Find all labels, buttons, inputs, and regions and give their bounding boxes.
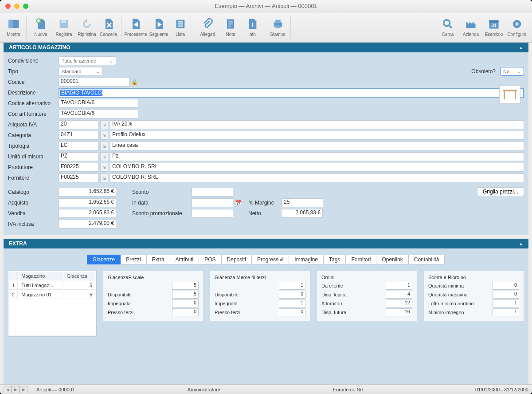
precedente-button[interactable]: Precedente bbox=[124, 16, 147, 39]
iva-lookup-button[interactable]: ⇲ bbox=[100, 120, 108, 129]
produttore-label: Produttore bbox=[8, 164, 57, 170]
tab-tags[interactable]: Tags bbox=[323, 255, 346, 264]
nav-next-button[interactable]: ▶ bbox=[20, 386, 27, 393]
vendita-label: Vendita bbox=[8, 210, 57, 217]
col-magazzino: Magazzino bbox=[19, 272, 63, 280]
scorta-qmax[interactable]: 0 bbox=[493, 291, 519, 299]
seguente-button[interactable]: Seguente bbox=[147, 16, 170, 39]
nuova-button[interactable]: Nuova bbox=[29, 16, 52, 39]
stampa-button[interactable]: Stampa bbox=[268, 16, 291, 39]
scorta-qmin-label: Quantità minima bbox=[428, 283, 464, 288]
giacenza-fiscale-box: GiacenzaFiscale 5 Disponibile5 Impegnata… bbox=[103, 271, 203, 321]
nav-prev-button[interactable]: ▶ bbox=[12, 386, 20, 393]
sconto-input[interactable] bbox=[192, 188, 233, 197]
um-code-input[interactable]: PZ bbox=[59, 152, 98, 161]
griglia-prezzi-button[interactable]: Griglia prezzi... bbox=[477, 187, 524, 196]
catalogo-input[interactable]: 1.652,66 € bbox=[59, 188, 116, 197]
iva-label: Aliquota IVA bbox=[8, 122, 57, 128]
minimize-icon[interactable] bbox=[14, 4, 20, 9]
tipo-select[interactable]: Standard bbox=[59, 67, 103, 76]
condivisione-select[interactable]: Tutte le aziende bbox=[59, 56, 116, 65]
col-giacenza: Giacenza bbox=[64, 272, 95, 280]
codalt-input[interactable]: TAVOLOBIA/6 bbox=[59, 99, 138, 108]
codforn-input[interactable]: TAVOLOBIA/6 bbox=[59, 110, 138, 118]
svg-rect-16 bbox=[503, 90, 517, 91]
mostra-button[interactable]: Mostra bbox=[4, 16, 27, 39]
next-icon bbox=[153, 18, 165, 30]
indata-input[interactable] bbox=[192, 198, 233, 207]
tab-depositi[interactable]: Depositi bbox=[221, 255, 252, 264]
margine-input[interactable]: 25 bbox=[282, 198, 323, 207]
list-icon bbox=[174, 18, 187, 30]
tipo-label: Tipo bbox=[8, 68, 57, 75]
netto-value: 2.065,83 € bbox=[281, 209, 323, 218]
scorta-qmax-label: Quantità massima bbox=[428, 292, 468, 297]
produttore-lookup-button[interactable]: ⇲ bbox=[100, 163, 108, 172]
ripristina-label: Ripristina bbox=[78, 32, 96, 37]
product-thumbnail[interactable] bbox=[499, 85, 520, 104]
configura-button[interactable]: Configura bbox=[505, 16, 528, 39]
descrizione-label: Descrizione bbox=[8, 90, 57, 96]
scorta-qmin[interactable]: 0 bbox=[493, 282, 519, 290]
section-extra-header[interactable]: EXTRA ▲ bbox=[4, 239, 528, 248]
tab-openlink[interactable]: Openlink bbox=[376, 255, 408, 264]
tipologia-lookup-button[interactable]: ⇲ bbox=[100, 142, 108, 150]
tab-fornitori[interactable]: Fornitori bbox=[345, 255, 376, 264]
allegati-button[interactable]: Allegati bbox=[196, 16, 219, 39]
stock-table[interactable]: MagazzinoGiacenza 1Tutti i magaz...5 2Ma… bbox=[8, 271, 97, 337]
vendita-input[interactable]: 2.065,83 € bbox=[59, 209, 116, 218]
ivainclusa-input[interactable]: 2.479,00 € bbox=[59, 220, 116, 229]
fiscale-title: GiacenzaFiscale bbox=[108, 275, 199, 280]
lista-label: Lista bbox=[176, 32, 185, 37]
fornitore-lookup-button[interactable]: ⇲ bbox=[100, 173, 108, 182]
nav-first-button[interactable]: ◀ bbox=[4, 386, 12, 393]
print-icon bbox=[272, 18, 284, 30]
um-lookup-button[interactable]: ⇲ bbox=[100, 152, 108, 161]
categoria-lookup-button[interactable]: ⇲ bbox=[100, 131, 108, 140]
codice-input[interactable]: 000001 bbox=[59, 78, 129, 87]
tab-contabilita[interactable]: Contabilità bbox=[408, 255, 445, 264]
acquisto-input[interactable]: 1.652,66 € bbox=[59, 198, 116, 207]
info-button[interactable]: i Info bbox=[242, 16, 265, 39]
ripristina-button[interactable]: Ripristina bbox=[75, 16, 98, 39]
scorta-minimp[interactable]: 1 bbox=[493, 308, 519, 316]
azienda-label: Azienda bbox=[463, 32, 479, 37]
close-icon[interactable] bbox=[5, 4, 11, 9]
categoria-code-input[interactable]: 04Z1 bbox=[59, 131, 98, 140]
azienda-button[interactable]: Azienda bbox=[459, 16, 482, 39]
tab-prezzi[interactable]: Prezzi bbox=[120, 255, 146, 264]
cancella-button[interactable]: Cancella bbox=[98, 16, 121, 39]
esercizio-button[interactable]: 31 Esercizio bbox=[482, 16, 505, 39]
promo-label: Sconto promozionale bbox=[132, 210, 190, 217]
tab-pos[interactable]: POS bbox=[199, 255, 221, 264]
registra-button[interactable]: Registra bbox=[52, 16, 75, 39]
descrizione-input[interactable]: BIAGIO TAVOLO bbox=[59, 88, 524, 98]
zoom-icon[interactable] bbox=[23, 4, 28, 9]
tab-giacenze[interactable]: Giacenze bbox=[87, 255, 121, 264]
calendar-picker-icon[interactable]: 📅 bbox=[235, 200, 242, 206]
statusbar: ◀ ▶ ▶ Articoli — 000001 Amministratore E… bbox=[0, 384, 532, 394]
tab-extra[interactable]: Extra bbox=[146, 255, 170, 264]
iva-code-input[interactable]: 20 bbox=[59, 120, 98, 129]
tipologia-code-input[interactable]: LC bbox=[59, 142, 98, 150]
esercizio-label: Esercizio bbox=[485, 32, 503, 37]
info-label: Info bbox=[248, 32, 256, 37]
terzi-imp-label: Impegnata bbox=[215, 301, 238, 306]
lista-button[interactable]: Lista bbox=[170, 16, 193, 39]
table-row[interactable]: 2Magazzino 015 bbox=[9, 291, 95, 299]
cerca-button[interactable]: Cerca bbox=[436, 16, 459, 39]
note-button[interactable]: Note bbox=[219, 16, 242, 39]
produttore-code-input[interactable]: F00225 bbox=[59, 163, 98, 172]
scorta-lotto[interactable]: 1 bbox=[493, 299, 519, 307]
obsoleto-select[interactable]: No bbox=[500, 67, 524, 76]
tab-immagine[interactable]: Immagine bbox=[289, 255, 324, 264]
promo-input[interactable] bbox=[192, 209, 233, 218]
delete-icon bbox=[102, 18, 115, 30]
table-row[interactable]: 1Tutti i magaz...5 bbox=[9, 281, 95, 290]
section-articolo-header[interactable]: ARTICOLO MAGAZZINO ▲ bbox=[4, 43, 528, 52]
terzi-total: 1 bbox=[279, 282, 305, 290]
tab-attributi[interactable]: Attributi bbox=[170, 255, 200, 264]
fornitore-code-input[interactable]: F00225 bbox=[59, 173, 98, 182]
ordini-dispfutura-label: Disp. futura bbox=[321, 310, 346, 315]
tab-progressivi[interactable]: Progressivi bbox=[251, 255, 289, 264]
